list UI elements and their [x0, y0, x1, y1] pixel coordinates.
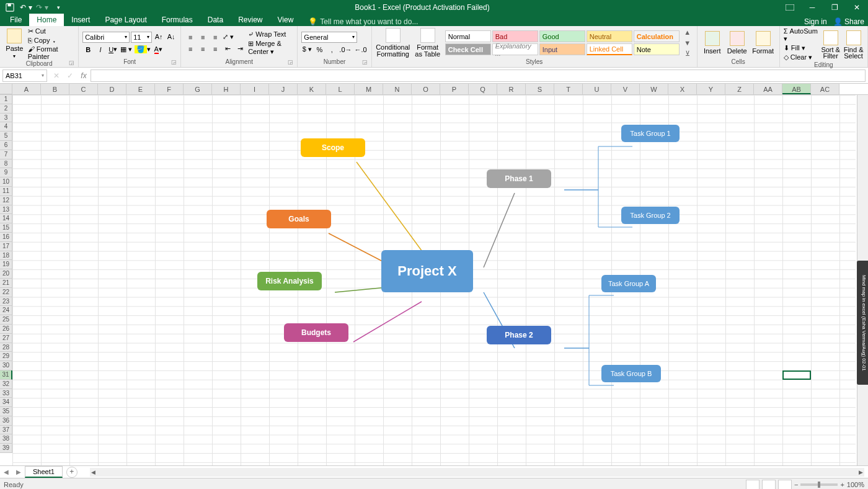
row-head-27[interactable]: 27: [0, 334, 12, 343]
tab-file[interactable]: File: [2, 14, 29, 26]
increase-decimal[interactable]: .0→: [339, 45, 352, 55]
style-check-cell[interactable]: Check Cell: [445, 43, 491, 55]
row-head-24[interactable]: 24: [0, 306, 12, 315]
decrease-indent[interactable]: ⇤: [222, 44, 233, 54]
col-head-T[interactable]: T: [554, 84, 583, 94]
col-head-U[interactable]: U: [583, 84, 611, 94]
view-page-layout[interactable]: [762, 480, 776, 490]
row-head-17[interactable]: 17: [0, 242, 12, 251]
style-gallery-more[interactable]: ⊻: [682, 48, 693, 58]
col-head-V[interactable]: V: [611, 84, 640, 94]
format-table-button[interactable]: Format as Table: [413, 28, 443, 58]
mindmap-task-group-1[interactable]: Task Group 1: [621, 125, 680, 142]
wrap-text-button[interactable]: ⤶ Wrap Text: [248, 30, 293, 38]
align-middle[interactable]: ≡: [197, 32, 208, 42]
row-head-31[interactable]: 31: [0, 370, 12, 380]
row-head-10[interactable]: 10: [0, 177, 12, 187]
zoom-out-button[interactable]: −: [794, 481, 798, 488]
mindmap-task-group-b[interactable]: Task Group B: [601, 365, 661, 382]
sheet-nav-next[interactable]: ▶: [12, 469, 25, 475]
row-head-3[interactable]: 3: [0, 114, 12, 123]
fx-icon[interactable]: fx: [77, 71, 91, 80]
col-head-W[interactable]: W: [640, 84, 668, 94]
orientation-button[interactable]: ⤢ ▾: [222, 32, 234, 42]
row-head-1[interactable]: 1: [0, 95, 12, 104]
formula-input[interactable]: [91, 70, 866, 82]
col-head-L[interactable]: L: [326, 84, 355, 94]
format-cells-button[interactable]: Format: [751, 31, 776, 55]
style-input[interactable]: Input: [539, 43, 585, 55]
col-head-C[interactable]: C: [69, 84, 98, 94]
style-calculation[interactable]: Calculation: [634, 30, 680, 42]
col-head-F[interactable]: F: [155, 84, 184, 94]
align-right[interactable]: ≡: [210, 44, 221, 54]
ribbon-mode-icon[interactable]: [779, 0, 801, 15]
minimize-button[interactable]: ─: [801, 0, 823, 15]
mindmap-budgets[interactable]: Budgets: [284, 323, 348, 342]
underline-button[interactable]: U ▾: [107, 45, 118, 55]
row-head-39[interactable]: 39: [0, 444, 12, 453]
style-normal[interactable]: Normal: [445, 30, 491, 42]
zoom-in-button[interactable]: +: [840, 481, 844, 488]
row-head-38[interactable]: 38: [0, 434, 12, 444]
col-head-Z[interactable]: Z: [725, 84, 754, 94]
col-head-AA[interactable]: AA: [754, 84, 782, 94]
conditional-formatting-button[interactable]: Conditional Formatting: [376, 28, 410, 58]
row-head-20[interactable]: 20: [0, 269, 12, 279]
row-head-14[interactable]: 14: [0, 214, 12, 223]
col-head-Y[interactable]: Y: [697, 84, 725, 94]
cut-button[interactable]: ✂ Cut: [28, 27, 74, 35]
redo-button[interactable]: ↷ ▾: [35, 1, 50, 14]
font-name-dropdown[interactable]: Calibri▾: [82, 32, 130, 43]
align-left[interactable]: ≡: [185, 44, 196, 54]
view-page-break[interactable]: [778, 480, 792, 490]
mindmap-task-group-2[interactable]: Task Group 2: [621, 207, 680, 224]
sheet-tab[interactable]: Sheet1: [25, 466, 63, 478]
zoom-slider[interactable]: [800, 483, 838, 486]
row-head-29[interactable]: 29: [0, 352, 12, 361]
style-neutral[interactable]: Neutral: [587, 30, 632, 42]
font-color-button[interactable]: A ▾: [153, 45, 164, 55]
number-launcher-icon[interactable]: ◲: [362, 58, 368, 66]
row-head-30[interactable]: 30: [0, 361, 12, 370]
paste-button[interactable]: Paste▾: [4, 29, 25, 59]
tab-home[interactable]: Home: [29, 14, 64, 26]
tell-me[interactable]: 💡 Tell me what you want to do...: [308, 17, 418, 26]
col-head-AC[interactable]: AC: [811, 84, 839, 94]
comma-button[interactable]: ,: [326, 45, 337, 55]
add-sheet-button[interactable]: +: [66, 467, 78, 478]
decrease-decimal[interactable]: ←.0: [354, 45, 368, 55]
currency-button[interactable]: $ ▾: [301, 45, 312, 55]
col-head-S[interactable]: S: [526, 84, 554, 94]
col-head-H[interactable]: H: [212, 84, 241, 94]
tab-formulas[interactable]: Formulas: [154, 14, 200, 26]
mindmap-risk[interactable]: Risk Analysis: [257, 272, 322, 290]
find-select-button[interactable]: Find & Select: [843, 30, 864, 59]
col-head-N[interactable]: N: [383, 84, 412, 94]
style-explanatory[interactable]: Explanatory ...: [492, 43, 538, 55]
sort-filter-button[interactable]: Sort & Filter: [820, 30, 841, 59]
row-head-8[interactable]: 8: [0, 159, 12, 169]
clear-button[interactable]: ◇ Clear ▾: [784, 53, 818, 61]
col-head-G[interactable]: G: [184, 84, 212, 94]
share-button[interactable]: 👤 Share: [833, 17, 864, 26]
tab-insert[interactable]: Insert: [64, 14, 97, 26]
style-scroll-down[interactable]: ▼: [682, 38, 693, 48]
selected-cell[interactable]: [782, 370, 811, 380]
row-head-5[interactable]: 5: [0, 132, 12, 141]
row-head-11[interactable]: 11: [0, 187, 12, 196]
mindmap-center[interactable]: Project X: [381, 250, 473, 292]
fill-button[interactable]: ⬇ Fill ▾: [784, 44, 818, 52]
col-head-M[interactable]: M: [355, 84, 383, 94]
save-icon[interactable]: [2, 1, 17, 14]
undo-button[interactable]: ↶ ▾: [19, 1, 33, 14]
horizontal-scrollbar[interactable]: ◀▶: [90, 468, 864, 477]
view-normal[interactable]: [746, 480, 760, 490]
col-head-Q[interactable]: Q: [469, 84, 497, 94]
cell-grid[interactable]: Project X Scope Goals Risk Analysis Budg…: [12, 95, 856, 465]
mindmap-phase2[interactable]: Phase 2: [487, 326, 551, 344]
tab-view[interactable]: View: [270, 14, 301, 26]
row-head-36[interactable]: 36: [0, 416, 12, 426]
number-format-dropdown[interactable]: General▾: [301, 32, 357, 43]
cancel-formula-icon[interactable]: ✕: [50, 71, 63, 80]
